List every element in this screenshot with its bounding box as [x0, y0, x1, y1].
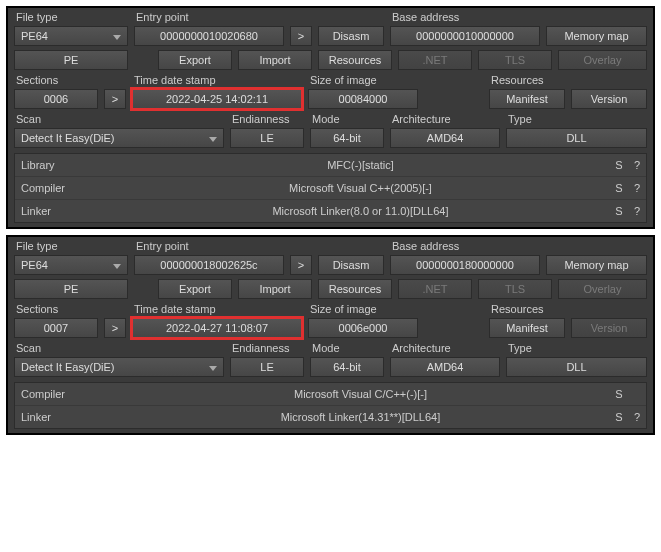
result-kind: Library — [15, 159, 111, 171]
result-s-button[interactable]: S — [610, 411, 628, 423]
manifest-button[interactable]: Manifest — [489, 89, 565, 109]
result-help-button[interactable]: ? — [628, 411, 646, 423]
tls-button: TLS — [478, 50, 552, 70]
scan-label: Scan — [14, 342, 224, 355]
size-of-image-label: Size of image — [308, 74, 418, 87]
result-value: Microsoft Visual C/C++(-)[-] — [111, 388, 610, 400]
pe-button[interactable]: PE — [14, 279, 128, 299]
time-date-stamp-field[interactable]: 2022-04-27 11:08:07 — [132, 318, 302, 338]
architecture-label: Architecture — [390, 342, 500, 355]
entry-point-goto-button[interactable]: > — [290, 255, 312, 275]
architecture-button[interactable]: AMD64 — [390, 128, 500, 148]
scan-select[interactable]: Detect It Easy(DiE) — [14, 128, 224, 148]
sections-goto-button[interactable]: > — [104, 318, 126, 338]
memory-map-button[interactable]: Memory map — [546, 255, 647, 275]
net-button: .NET — [398, 279, 472, 299]
scan-select[interactable]: Detect It Easy(DiE) — [14, 357, 224, 377]
import-button[interactable]: Import — [238, 279, 312, 299]
resources-button[interactable]: Resources — [318, 279, 392, 299]
export-button[interactable]: Export — [158, 50, 232, 70]
entry-point-goto-button[interactable]: > — [290, 26, 312, 46]
size-of-image-label: Size of image — [308, 303, 418, 316]
result-help-button[interactable]: ? — [628, 205, 646, 217]
sections-field[interactable]: 0006 — [14, 89, 98, 109]
entry-point-field[interactable]: 000000018002625c — [134, 255, 284, 275]
type-label: Type — [506, 113, 647, 126]
architecture-button[interactable]: AMD64 — [390, 357, 500, 377]
mode-label: Mode — [310, 113, 384, 126]
sections-goto-button[interactable]: > — [104, 89, 126, 109]
size-of-image-field[interactable]: 00084000 — [308, 89, 418, 109]
result-kind: Linker — [15, 411, 111, 423]
result-s-button[interactable]: S — [610, 159, 628, 171]
resources-button[interactable]: Resources — [318, 50, 392, 70]
type-button[interactable]: DLL — [506, 128, 647, 148]
version-button[interactable]: Version — [571, 89, 647, 109]
endianness-button[interactable]: LE — [230, 128, 304, 148]
disasm-button[interactable]: Disasm — [318, 255, 384, 275]
time-date-stamp-label: Time date stamp — [132, 303, 302, 316]
result-kind: Compiler — [15, 182, 111, 194]
pe-button[interactable]: PE — [14, 50, 128, 70]
base-address-field[interactable]: 0000000180000000 — [390, 255, 540, 275]
size-of-image-field[interactable]: 0006e000 — [308, 318, 418, 338]
file-type-label: File type — [14, 240, 128, 253]
result-row: Compiler Microsoft Visual C++(2005)[-] S… — [15, 177, 646, 200]
sections-field[interactable]: 0007 — [14, 318, 98, 338]
type-button[interactable]: DLL — [506, 357, 647, 377]
entry-point-label: Entry point — [134, 240, 284, 253]
resources-label: Resources — [489, 74, 565, 87]
result-value: Microsoft Visual C++(2005)[-] — [111, 182, 610, 194]
entry-point-label: Entry point — [134, 11, 284, 24]
result-s-button[interactable]: S — [610, 205, 628, 217]
result-value: Microsoft Linker(8.0 or 11.0)[DLL64] — [111, 205, 610, 217]
version-button: Version — [571, 318, 647, 338]
file-type-select[interactable]: PE64 — [14, 26, 128, 46]
architecture-label: Architecture — [390, 113, 500, 126]
scan-results: Library MFC(-)[static] S ? Compiler Micr… — [14, 153, 647, 223]
sections-label: Sections — [14, 303, 98, 316]
overlay-button: Overlay — [558, 279, 647, 299]
result-row: Compiler Microsoft Visual C/C++(-)[-] S — [15, 383, 646, 406]
overlay-button: Overlay — [558, 50, 647, 70]
endianness-label: Endianness — [230, 342, 304, 355]
type-label: Type — [506, 342, 647, 355]
time-date-stamp-label: Time date stamp — [132, 74, 302, 87]
result-row: Linker Microsoft Linker(14.31**)[DLL64] … — [15, 406, 646, 428]
memory-map-button[interactable]: Memory map — [546, 26, 647, 46]
result-help-button[interactable]: ? — [628, 159, 646, 171]
scan-results: Compiler Microsoft Visual C/C++(-)[-] S … — [14, 382, 647, 429]
mode-button[interactable]: 64-bit — [310, 128, 384, 148]
pe-info-panel: File type PE64 Entry point 0000000180026… — [6, 235, 655, 435]
scan-label: Scan — [14, 113, 224, 126]
result-help-button[interactable]: ? — [628, 182, 646, 194]
disasm-button[interactable]: Disasm — [318, 26, 384, 46]
mode-label: Mode — [310, 342, 384, 355]
import-button[interactable]: Import — [238, 50, 312, 70]
endianness-label: Endianness — [230, 113, 304, 126]
result-row: Library MFC(-)[static] S ? — [15, 154, 646, 177]
result-value: Microsoft Linker(14.31**)[DLL64] — [111, 411, 610, 423]
base-address-field[interactable]: 0000000010000000 — [390, 26, 540, 46]
file-type-label: File type — [14, 11, 128, 24]
pe-info-panel: File type PE64 Entry point 0000000010020… — [6, 6, 655, 229]
result-kind: Linker — [15, 205, 111, 217]
result-s-button[interactable]: S — [610, 388, 628, 400]
result-value: MFC(-)[static] — [111, 159, 610, 171]
tls-button: TLS — [478, 279, 552, 299]
result-s-button[interactable]: S — [610, 182, 628, 194]
mode-button[interactable]: 64-bit — [310, 357, 384, 377]
file-type-select[interactable]: PE64 — [14, 255, 128, 275]
base-address-label: Base address — [390, 11, 540, 24]
export-button[interactable]: Export — [158, 279, 232, 299]
net-button: .NET — [398, 50, 472, 70]
time-date-stamp-field[interactable]: 2022-04-25 14:02:11 — [132, 89, 302, 109]
resources-label: Resources — [489, 303, 565, 316]
endianness-button[interactable]: LE — [230, 357, 304, 377]
sections-label: Sections — [14, 74, 98, 87]
result-row: Linker Microsoft Linker(8.0 or 11.0)[DLL… — [15, 200, 646, 222]
result-kind: Compiler — [15, 388, 111, 400]
entry-point-field[interactable]: 0000000010020680 — [134, 26, 284, 46]
manifest-button[interactable]: Manifest — [489, 318, 565, 338]
base-address-label: Base address — [390, 240, 540, 253]
